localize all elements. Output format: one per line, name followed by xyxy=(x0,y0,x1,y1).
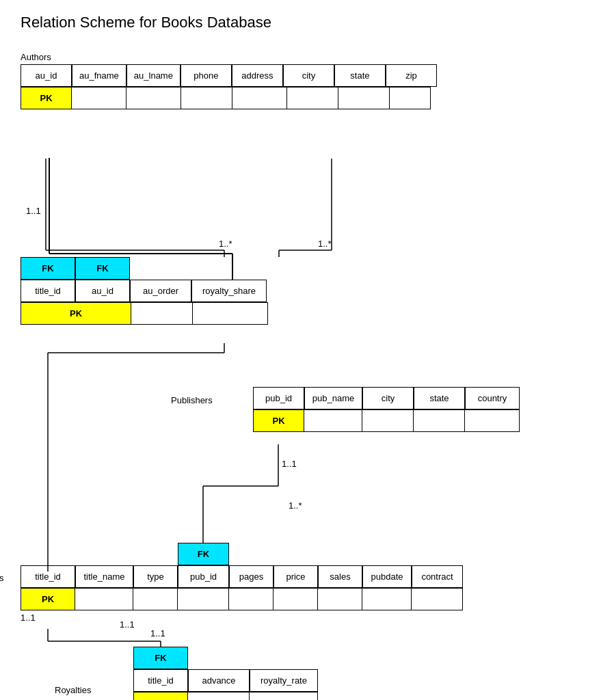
titles-col-pub_id: pub_id xyxy=(178,565,229,588)
rel-authors-11: 1..1 xyxy=(26,206,41,216)
authors-col-phone: phone xyxy=(181,64,232,87)
royalties-pk-cell: PK xyxy=(133,692,188,700)
authors-col-au_id: au_id xyxy=(21,64,72,87)
publishers-pk-empty1 xyxy=(304,409,362,432)
royalties-pk-empty2 xyxy=(250,692,318,700)
royalties-col-title_id: title_id xyxy=(133,669,188,692)
title-authors-pk-empty1 xyxy=(131,302,193,325)
publishers-col-city: city xyxy=(362,387,414,409)
publishers-pk-row: PK xyxy=(253,409,520,432)
publishers-label: Publishers xyxy=(171,395,213,405)
titles-col-price: price xyxy=(273,565,318,588)
titles-pk-empty7 xyxy=(362,588,412,610)
royalties-fk-row: FK xyxy=(133,647,318,669)
authors-pk-empty4 xyxy=(232,87,287,109)
titles-pk-row: PK xyxy=(21,588,463,610)
titles-col-sales: sales xyxy=(318,565,362,588)
title-authors-col-title_id: title_id xyxy=(21,280,75,302)
publishers-header-row: pub_id pub_name city state country xyxy=(253,387,520,409)
royalties-pk-row: PK xyxy=(133,692,318,700)
authors-col-state: state xyxy=(334,64,386,87)
title-authors-table: Title_Authors FK FK title_id au_id au_or… xyxy=(21,257,268,325)
authors-pk-row: PK xyxy=(21,87,437,109)
title-authors-col-au_order: au_order xyxy=(130,280,191,302)
diagram: Authors au_id au_fname au_lname phone ad… xyxy=(21,52,609,700)
titles-label: Titles xyxy=(0,573,4,583)
publishers-table: Publishers pub_id pub_name city state co… xyxy=(253,387,520,432)
titles-col-pubdate: pubdate xyxy=(362,565,412,588)
authors-pk-empty7 xyxy=(390,87,431,109)
publishers-col-state: state xyxy=(414,387,465,409)
rel-titles-11-right: 1..1 xyxy=(120,619,135,630)
title-authors-col-royalty_share: royalty_share xyxy=(191,280,267,302)
titles-pk-empty3 xyxy=(178,588,229,610)
royalties-label: Royalties xyxy=(55,685,91,695)
authors-pk-empty3 xyxy=(181,87,232,109)
royalties-pk-empty1 xyxy=(188,692,250,700)
authors-pk-empty1 xyxy=(72,87,126,109)
authors-table: Authors au_id au_fname au_lname phone ad… xyxy=(21,52,437,109)
authors-pk-empty6 xyxy=(338,87,390,109)
title-authors-fk-au_id: FK xyxy=(75,257,130,280)
title-authors-col-au_id: au_id xyxy=(75,280,130,302)
title-authors-col-row: title_id au_id au_order royalty_share xyxy=(21,280,268,302)
titles-pk-empty1 xyxy=(75,588,133,610)
titles-fk-pub_id: FK xyxy=(178,543,229,565)
titles-col-contract: contract xyxy=(412,565,463,588)
titles-col-pages: pages xyxy=(229,565,273,588)
titles-pk-empty8 xyxy=(412,588,463,610)
royalties-col-royalty_rate: royalty_rate xyxy=(250,669,318,692)
royalties-header-row: title_id advance royalty_rate xyxy=(133,669,318,692)
authors-pk-cell: PK xyxy=(21,87,72,109)
publishers-pk-empty4 xyxy=(465,409,520,432)
title-authors-fk-title_id: FK xyxy=(21,257,75,280)
titles-pk-empty4 xyxy=(229,588,273,610)
titles-header-row: title_id title_name type pub_id pages pr… xyxy=(21,565,463,588)
title-authors-fk-row: FK FK xyxy=(21,257,268,280)
rel-titles-1star: 1..* xyxy=(289,500,302,511)
titles-col-type: type xyxy=(133,565,178,588)
rel-titleauthors-1star-right: 1..* xyxy=(318,239,332,249)
title-authors-pk-row: PK xyxy=(21,302,268,325)
titles-pk-cell: PK xyxy=(21,588,75,610)
titles-table: Titles FK title_id title_name type pub_i… xyxy=(21,543,463,610)
authors-pk-empty5 xyxy=(287,87,338,109)
publishers-col-pub_name: pub_name xyxy=(304,387,362,409)
royalties-col-advance: advance xyxy=(188,669,250,692)
publishers-pk-empty3 xyxy=(414,409,465,432)
authors-col-au_fname: au_fname xyxy=(72,64,126,87)
publishers-pk-cell: PK xyxy=(253,409,304,432)
title-authors-pk-cell: PK xyxy=(21,302,131,325)
titles-col-title_id: title_id xyxy=(21,565,75,588)
authors-col-address: address xyxy=(232,64,283,87)
rel-titleauthors-1star-left: 1..* xyxy=(219,239,232,249)
publishers-col-country: country xyxy=(465,387,520,409)
authors-header-row: au_id au_fname au_lname phone address ci… xyxy=(21,64,437,87)
publishers-col-pub_id: pub_id xyxy=(253,387,304,409)
titles-pk-empty6 xyxy=(318,588,362,610)
royalties-fk-title_id: FK xyxy=(133,647,188,669)
publishers-pk-empty2 xyxy=(362,409,414,432)
authors-col-au_lname: au_lname xyxy=(126,64,181,87)
royalties-table: Royalties FK title_id advance royalty_ra… xyxy=(133,647,318,700)
authors-col-city: city xyxy=(283,64,334,87)
rel-publishers-11: 1..1 xyxy=(282,459,297,469)
authors-pk-empty2 xyxy=(126,87,181,109)
authors-label: Authors xyxy=(21,52,437,62)
titles-pk-empty2 xyxy=(133,588,178,610)
titles-col-title_name: title_name xyxy=(75,565,133,588)
title-authors-pk-empty2 xyxy=(193,302,268,325)
rel-royalties-11: 1..1 xyxy=(150,628,165,638)
rel-titles-11-left: 1..1 xyxy=(21,612,36,623)
titles-fk-row: FK xyxy=(21,543,463,565)
authors-col-zip: zip xyxy=(386,64,437,87)
titles-pk-empty5 xyxy=(273,588,318,610)
page-title: Relation Scheme for Books Database xyxy=(21,14,593,31)
